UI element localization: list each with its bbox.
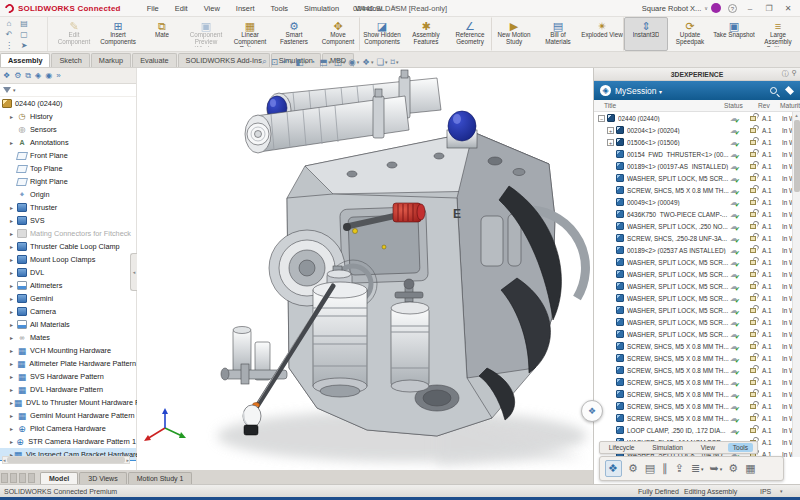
component-row[interactable]: 00189<1> (00197-AS_INSTALLED)A.1In W	[594, 160, 800, 172]
ribbon-button[interactable]: ≡Large Assembly Settings	[756, 17, 800, 51]
home-icon[interactable]: ⌂	[2, 19, 16, 29]
component-row[interactable]: SCREW, SHCS, M5 X 0.8 MM TH...A.1In W	[594, 340, 800, 352]
expander-icon[interactable]: +	[607, 127, 614, 134]
component-row[interactable]: WASHER, SPLIT LOCK, M5 SCR...A.1In W	[594, 280, 800, 292]
select-arrow-icon[interactable]: ➤	[17, 41, 31, 51]
component-row[interactable]: 6436K750_TWO-PIECE CLAMP-...A.1In W	[594, 208, 800, 220]
component-row[interactable]: SCREW, SHCS, M5 X 0.8 MM TH...A.1In W	[594, 412, 800, 424]
hide-show-items-icon[interactable]: ◉▾	[348, 57, 359, 67]
tree-item[interactable]: ▸History	[0, 110, 136, 123]
tree-item[interactable]: ▸STR Camera Hardware Pattern 1	[0, 435, 136, 448]
export-icon[interactable]: ➥▾	[710, 462, 723, 475]
info-icon[interactable]: ⓘ	[782, 69, 789, 79]
component-row[interactable]: WASHER, SPLIT LOCK, .250 NO...A.1In W	[594, 220, 800, 232]
previous-view-icon[interactable]: ↶▾	[282, 57, 293, 67]
expander-icon[interactable]	[607, 187, 614, 194]
unit-system[interactable]: IPS	[760, 488, 771, 495]
expander-icon[interactable]	[607, 391, 614, 398]
account-menu[interactable]: Square Robot X... ∨	[642, 3, 721, 13]
ribbon-button[interactable]: ✴Exploded View	[580, 17, 624, 51]
tab-scroll-control[interactable]	[28, 473, 35, 483]
expander-icon[interactable]	[607, 403, 614, 410]
expander-icon[interactable]	[607, 331, 614, 338]
expander-icon[interactable]	[607, 307, 614, 314]
display-style-icon[interactable]: ◫▾	[334, 57, 346, 67]
menu-item[interactable]: Tools	[263, 4, 297, 13]
tree-item[interactable]: ▸Altimeters	[0, 279, 136, 292]
pin-icon[interactable]: ⚲	[792, 69, 797, 79]
tree-item[interactable]: Right Plane	[0, 175, 136, 188]
expand-arrow-icon[interactable]: ▸	[10, 217, 17, 224]
component-icon[interactable]: ❖	[605, 460, 622, 477]
undo-icon[interactable]: ↶	[2, 30, 16, 40]
tree-item[interactable]: ▸VCH Mounting Hardware	[0, 344, 136, 357]
component-row[interactable]: −02440 (02440)A.1In W	[594, 112, 800, 124]
avatar[interactable]	[711, 3, 721, 13]
ribbon-button[interactable]: ∠Reference Geometry	[448, 17, 492, 51]
ribbon-button[interactable]: ⧉Mate	[140, 17, 184, 51]
tree-item[interactable]: ▸Thruster Cable Loop Clamp	[0, 240, 136, 253]
expander-icon[interactable]	[607, 367, 614, 374]
dimxpertmanager-tab-icon[interactable]: ◈	[35, 69, 41, 83]
dynamic-annotation-views-icon[interactable]: ◔	[310, 57, 316, 67]
expander-icon[interactable]	[607, 151, 614, 158]
view-orientation-icon[interactable]: ⬒▾	[319, 57, 331, 67]
component-row[interactable]: SCREW, SHCS, M5 X 0.8 MM TH...A.1In W	[594, 376, 800, 388]
edit-appearance-icon[interactable]: ❖▾	[362, 57, 373, 67]
component-row[interactable]: 00154_FWD_THRUSTER<1> (00...A.1In W	[594, 148, 800, 160]
search-icon[interactable]	[770, 87, 777, 94]
expander-icon[interactable]	[607, 199, 614, 206]
component-row[interactable]: LOOP CLAMP, .250 ID, .172 DIA...A.1In W	[594, 424, 800, 436]
expander-icon[interactable]	[607, 247, 614, 254]
component-row[interactable]: WASHER, SPLIT LOCK, M5 SCR...A.1In W	[594, 316, 800, 328]
tree-item[interactable]: ▸SVS Hardware Pattern	[0, 370, 136, 383]
expander-icon[interactable]	[607, 295, 614, 302]
help-icon[interactable]: ?	[728, 4, 737, 13]
panel-tab[interactable]: View	[696, 443, 720, 452]
tree-item[interactable]: ▸Mates	[0, 331, 136, 344]
tree-item[interactable]: ▸Thruster	[0, 201, 136, 214]
ribbon-button[interactable]: ✥Move Component	[316, 17, 360, 51]
graphics-area[interactable]: E	[137, 68, 593, 470]
scroll-left-icon[interactable]: ◂	[3, 457, 6, 463]
tree-item[interactable]: ▸Mount Loop Clamps	[0, 253, 136, 266]
scrollbar-thumb[interactable]	[794, 120, 800, 192]
command-tab[interactable]: Evaluate	[132, 53, 176, 67]
scrollbar-thumb[interactable]	[7, 457, 126, 463]
column-status[interactable]: Status	[724, 102, 758, 109]
table-options-icon[interactable]: ▦	[745, 462, 756, 475]
tree-item[interactable]: Sensors	[0, 123, 136, 136]
model-colors-icon[interactable]: ⋮	[2, 41, 16, 51]
expand-arrow-icon[interactable]: ▸	[10, 113, 17, 120]
tabs-overflow-icon[interactable]: »	[56, 69, 60, 83]
view-settings-icon[interactable]: ⌑▾	[391, 57, 399, 67]
featuremanager-tab-icon[interactable]: ❖	[3, 69, 10, 83]
ribbon-button[interactable]: ▶New Motion Study	[492, 17, 536, 51]
component-row[interactable]: WASHER, SPLIT LOCK, M5 SCR...A.1In W	[594, 328, 800, 340]
tree-root-item[interactable]: 02440 (02440)	[0, 97, 136, 110]
compass-icon[interactable]: ◈	[600, 85, 611, 96]
expander-icon[interactable]	[607, 223, 614, 230]
panel-tab[interactable]: Tools	[728, 443, 753, 452]
expander-icon[interactable]	[607, 163, 614, 170]
print-icon[interactable]: ≣▾	[691, 462, 704, 475]
column-maturity[interactable]: Maturit	[780, 102, 800, 109]
panel-flyout-handle[interactable]: ◂	[130, 253, 137, 291]
tree-item[interactable]: ▸Annotations	[0, 136, 136, 149]
expander-icon[interactable]	[607, 175, 614, 182]
expander-icon[interactable]	[607, 343, 614, 350]
command-tab[interactable]: SOLIDWORKS Add-Ins	[178, 53, 270, 67]
component-row[interactable]: WASHER, SPLIT LOCK, M5 SCR...A.1In W	[594, 292, 800, 304]
ribbon-button[interactable]: ▣Component Preview Window	[184, 17, 228, 51]
tree-horizontal-scrollbar[interactable]: ◂▸	[2, 456, 130, 464]
expand-arrow-icon[interactable]: ▸	[10, 347, 17, 354]
new-document-icon[interactable]: ▢	[17, 30, 31, 40]
tree-item[interactable]: ▸All Materials	[0, 318, 136, 331]
tree-item[interactable]: ▸DVL Hardware Pattern	[0, 383, 136, 396]
menu-item[interactable]: Window	[347, 4, 390, 13]
import-icon[interactable]: ⇪	[675, 462, 685, 475]
expander-icon[interactable]	[607, 283, 614, 290]
pin-menu-icon[interactable]: ⌲	[392, 3, 398, 13]
collaboration-tools-icon[interactable]: ⚙	[628, 462, 639, 475]
chevron-down-icon[interactable]: ▾	[780, 488, 783, 494]
